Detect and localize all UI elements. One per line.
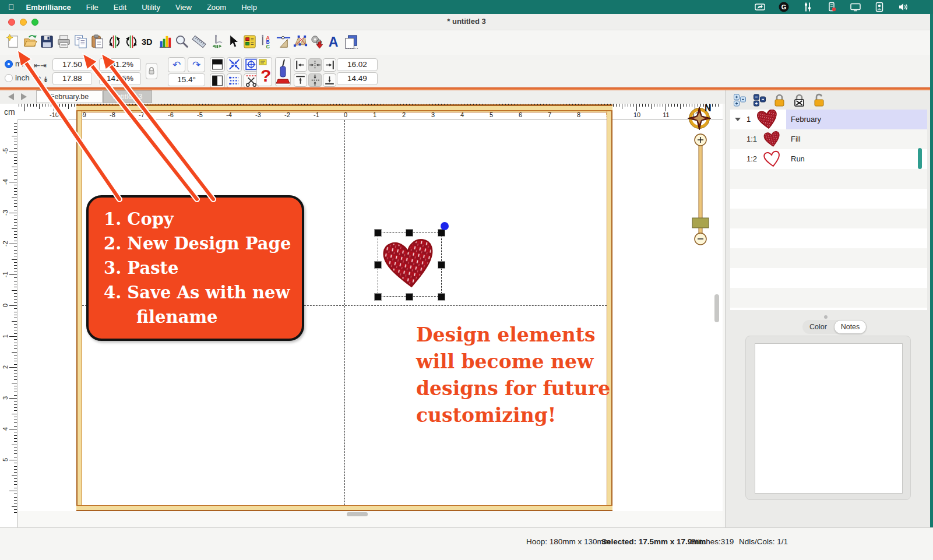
prev-tab-icon[interactable] [8, 93, 14, 100]
tune-icon[interactable] [802, 2, 813, 12]
height-field[interactable]: 17.88 [52, 72, 92, 85]
lock-button[interactable] [772, 93, 787, 107]
compass-icon[interactable]: N [686, 103, 714, 132]
object-list-scrollbar[interactable] [918, 148, 922, 169]
zoom-tool-button[interactable] [174, 33, 191, 52]
cleanup-button[interactable] [275, 57, 291, 86]
monogram-button[interactable] [275, 33, 292, 52]
stitch-simulator-button[interactable] [207, 33, 224, 52]
selection-handle-se[interactable] [438, 293, 445, 301]
selection-handle-s[interactable] [406, 293, 413, 301]
menu-utility[interactable]: Utility [142, 3, 160, 12]
print-button[interactable] [55, 33, 72, 52]
lettering-button[interactable]: ABC [258, 33, 275, 52]
screen-mirroring-icon[interactable] [755, 2, 765, 12]
open-file-button[interactable] [22, 33, 38, 52]
tab-color[interactable]: Color [802, 320, 834, 334]
empty-row [730, 169, 927, 189]
apple-menu[interactable]:  [8, 2, 15, 12]
object-row-february[interactable]: 1February [730, 110, 927, 129]
flip-vertical-icon [124, 34, 139, 51]
main-toolbar: 3DABCA [0, 30, 933, 55]
selection-handle-sw[interactable] [374, 293, 382, 301]
id-badge-icon[interactable] [874, 2, 885, 12]
flip-horizontal-button[interactable] [106, 33, 123, 52]
copy-button[interactable] [72, 33, 89, 52]
next-tab-icon[interactable] [21, 93, 27, 100]
new-design-button[interactable] [5, 33, 22, 52]
stitch-order-button[interactable] [227, 73, 242, 88]
radio-selected-icon [5, 60, 13, 68]
width-scale-field[interactable]: 141.2% [99, 58, 141, 71]
lock-disabled-button[interactable] [792, 93, 807, 107]
rotate-right-button[interactable]: ↷ [188, 57, 205, 72]
zoom-slider[interactable] [691, 133, 710, 247]
selection-handle-w[interactable] [374, 261, 382, 269]
tab-untitled-3[interactable]: untitled 3 [103, 90, 152, 103]
object-row-fill[interactable]: 1:1Fill [730, 129, 927, 149]
unit-mm-radio[interactable]: mm [5, 59, 29, 68]
utility-stitch-button[interactable] [309, 33, 326, 52]
unit-inch-radio[interactable]: inch [5, 73, 30, 82]
width-field[interactable]: 17.50 [52, 58, 92, 71]
3d-view-button[interactable]: 3D [140, 33, 157, 52]
menu-edit[interactable]: Edit [114, 3, 126, 12]
align-bottom-button[interactable] [323, 73, 336, 87]
flip-vertical-button[interactable] [123, 33, 140, 52]
menu-view[interactable]: View [175, 3, 192, 12]
ghub-icon[interactable]: G [779, 2, 789, 12]
align-center-h-button[interactable] [308, 58, 322, 72]
properties-button[interactable] [241, 33, 258, 52]
unlock-button[interactable] [812, 93, 826, 107]
text-tool-button[interactable]: A [326, 33, 343, 52]
align-top-button[interactable] [294, 73, 307, 87]
mirror-merge-button[interactable] [227, 57, 242, 72]
docker-icon[interactable] [826, 2, 837, 12]
collapse-groups-button[interactable] [752, 93, 767, 107]
group-chevron-icon[interactable] [735, 118, 741, 121]
align-center-v-button[interactable] [308, 73, 322, 87]
tutorial-annotation-box: 1. Copy2. New Design Page3. Paste4. Save… [86, 195, 304, 341]
rotate-left-button[interactable]: ↶ [168, 57, 185, 72]
select-tool-button[interactable] [224, 33, 241, 52]
menu-zoom[interactable]: Zoom [207, 3, 226, 12]
display-icon[interactable] [850, 2, 861, 12]
paste-button[interactable] [89, 33, 106, 52]
panel-divider-handle[interactable] [824, 315, 828, 319]
tab-february[interactable]: February.be [36, 90, 103, 103]
selection-handle-nw[interactable] [374, 229, 382, 237]
menu-embrilliance[interactable]: Embrilliance [26, 3, 71, 12]
merge-design-button[interactable] [343, 33, 360, 52]
stitch-editor-button[interactable] [292, 33, 309, 52]
selection-handle-e[interactable] [438, 261, 445, 269]
message-line: designs for future [416, 375, 661, 402]
heart-run-icon [763, 150, 781, 168]
stitch-chart-button[interactable] [157, 33, 174, 52]
canvas-horizontal-scrollbar[interactable] [347, 512, 368, 516]
expand-groups-button[interactable] [733, 93, 747, 107]
split-horizontal-button[interactable] [210, 57, 225, 72]
measure-button[interactable] [191, 33, 207, 52]
menu-file[interactable]: File [86, 3, 98, 12]
align-right-button[interactable] [323, 58, 336, 72]
menu-bar:  EmbrillianceFileEditUtilityViewZoomHel… [0, 0, 933, 14]
aspect-lock-button[interactable] [146, 63, 157, 79]
rotation-field[interactable]: 15.4° [168, 73, 205, 86]
split-vertical-button[interactable] [210, 73, 225, 88]
tab-notes[interactable]: Notes [834, 320, 867, 334]
height-scale-field[interactable]: 141.5% [99, 72, 141, 85]
selection-handle-n[interactable] [406, 229, 413, 237]
notes-text-area[interactable] [755, 343, 903, 494]
canvas-margin [17, 511, 723, 527]
menu-help[interactable]: Help [241, 3, 257, 12]
pos-x-field[interactable]: 16.02 [337, 58, 378, 71]
pos-y-field[interactable]: 14.49 [337, 72, 378, 85]
volume-icon[interactable] [898, 2, 909, 12]
object-row-run[interactable]: 1:2Run [730, 149, 927, 169]
svg-text:A: A [329, 34, 339, 50]
align-left-button[interactable] [294, 58, 307, 72]
canvas-vertical-scrollbar[interactable] [714, 294, 719, 322]
help-button[interactable]: ? [256, 57, 272, 86]
rotate-handle[interactable] [441, 222, 449, 230]
save-button[interactable] [38, 33, 55, 52]
